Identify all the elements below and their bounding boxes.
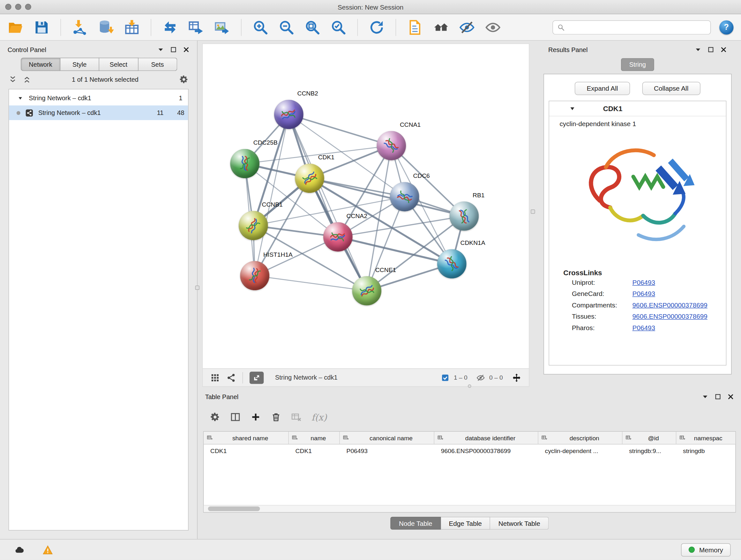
annotations-button[interactable]	[407, 19, 423, 35]
protein-card-header[interactable]: CDK1	[549, 101, 726, 116]
close-panel-icon[interactable]	[183, 46, 190, 53]
table-cell[interactable]: stringdb:9...	[622, 447, 676, 454]
table-row[interactable]: CDK1CDK1P064939606.ENSP00000378699cyclin…	[204, 444, 735, 457]
table-horizontal-scrollbar[interactable]	[204, 505, 735, 512]
window-close-button[interactable]	[5, 4, 11, 10]
column-header-shared-name[interactable]: shared name	[204, 432, 289, 444]
maximize-panel-icon[interactable]	[170, 46, 177, 53]
float-panel-icon[interactable]	[157, 46, 164, 53]
tree-expander-icon[interactable]	[17, 95, 23, 101]
selected-elements-checkbox-icon[interactable]	[441, 373, 450, 382]
network-node-hist1h1a[interactable]	[240, 261, 269, 291]
window-minimize-button[interactable]	[15, 4, 21, 10]
collapse-section-icon[interactable]	[569, 105, 576, 112]
hide-selected-button[interactable]	[459, 19, 475, 35]
column-header-name[interactable]: name	[289, 432, 340, 444]
cloud-status-button[interactable]	[10, 543, 28, 557]
network-node-cdk1[interactable]	[295, 164, 324, 193]
table-cell[interactable]: P06493	[340, 447, 434, 454]
network-canvas[interactable]: CCNB2CCNA1CDC25BCDK1CDC6RB1CCNB1CCNA2CDK…	[203, 44, 529, 368]
maximize-panel-icon[interactable]	[708, 46, 714, 53]
detach-view-button[interactable]	[250, 371, 264, 384]
crosslink-value-link[interactable]: P06493	[632, 278, 656, 286]
table-cell[interactable]: cyclin-dependent ...	[538, 447, 623, 454]
tab-select[interactable]: Select	[99, 58, 138, 71]
show-all-button[interactable]	[485, 19, 501, 35]
close-panel-icon[interactable]	[727, 393, 734, 400]
warnings-button[interactable]	[39, 543, 57, 557]
table-cell[interactable]: 9606.ENSP00000378699	[434, 447, 538, 454]
network-row[interactable]: String Network – cdk1 11 48	[9, 105, 188, 120]
home-button[interactable]	[433, 19, 449, 35]
zoom-in-button[interactable]	[253, 19, 268, 35]
network-edge[interactable]	[289, 114, 367, 291]
window-zoom-button[interactable]	[25, 4, 31, 10]
export-image-button[interactable]	[214, 19, 230, 35]
expand-all-networks-icon[interactable]	[23, 75, 31, 84]
show-columns-icon[interactable]	[230, 412, 241, 422]
table-options-gear-icon[interactable]	[210, 412, 220, 422]
column-header-canonical-name[interactable]: canonical name	[340, 432, 434, 444]
splitter-handle-right[interactable]	[531, 209, 535, 213]
column-header-namespac[interactable]: namespac	[676, 432, 731, 444]
crosslink-value-link[interactable]: 9606.ENSP00000378699	[632, 313, 708, 320]
search-box[interactable]	[552, 20, 711, 34]
table-cell[interactable]: CDK1	[204, 447, 289, 454]
import-database-button[interactable]	[98, 19, 114, 35]
float-panel-icon[interactable]	[695, 46, 701, 53]
network-table-button[interactable]	[188, 19, 204, 35]
table-cell[interactable]: stringdb	[676, 447, 731, 454]
network-edge[interactable]	[289, 114, 391, 145]
expand-all-button[interactable]: Expand All	[575, 82, 630, 95]
column-header--id[interactable]: @id	[622, 432, 676, 444]
overview-icon[interactable]	[226, 373, 236, 382]
delete-column-icon[interactable]	[271, 412, 281, 422]
help-button[interactable]: ?	[719, 20, 733, 34]
network-node-ccnb1[interactable]	[239, 211, 268, 240]
window-titlebar[interactable]: Session: New Session	[0, 0, 741, 14]
crosslink-value-link[interactable]: P06493	[632, 324, 656, 331]
network-node-cdkn1a[interactable]	[437, 249, 467, 278]
network-node-rb1[interactable]	[449, 201, 479, 231]
grid-view-icon[interactable]	[210, 373, 220, 382]
memory-button[interactable]: Memory	[681, 543, 731, 556]
tab-network[interactable]: Network	[21, 58, 60, 71]
tab-sets[interactable]: Sets	[138, 58, 177, 71]
import-table-button[interactable]	[124, 19, 140, 35]
zoom-selected-button[interactable]	[330, 19, 346, 35]
scrollbar-thumb[interactable]	[208, 506, 260, 511]
open-button[interactable]	[8, 19, 23, 35]
network-node-cdc6[interactable]	[390, 182, 419, 211]
collapse-all-networks-icon[interactable]	[9, 75, 17, 84]
table-cell[interactable]: CDK1	[289, 447, 340, 454]
splitter-handle-bottom[interactable]	[468, 384, 471, 388]
network-node-ccna2[interactable]	[323, 222, 353, 252]
network-collection-row[interactable]: String Network – cdk1 1	[9, 91, 188, 105]
network-edge[interactable]	[338, 237, 452, 264]
network-edge[interactable]	[255, 275, 367, 291]
tab-network-table[interactable]: Network Table	[490, 517, 549, 530]
search-input[interactable]	[568, 23, 706, 30]
refresh-button[interactable]	[368, 19, 385, 35]
crosslink-value-link[interactable]: 9606.ENSP00000378699	[632, 301, 708, 309]
network-node-ccna1[interactable]	[377, 131, 406, 160]
network-node-ccnb2[interactable]	[274, 100, 304, 129]
network-options-gear-icon[interactable]	[179, 75, 189, 84]
collapse-all-button[interactable]: Collapse All	[642, 82, 700, 95]
tab-style[interactable]: Style	[60, 58, 99, 71]
zoom-fit-button[interactable]	[305, 19, 320, 35]
network-node-ccne1[interactable]	[352, 276, 381, 306]
clone-network-button[interactable]	[162, 19, 178, 35]
add-column-icon[interactable]	[251, 412, 261, 422]
maximize-panel-icon[interactable]	[715, 393, 721, 400]
column-header-description[interactable]: description	[538, 432, 623, 444]
tab-string[interactable]: String	[621, 58, 654, 71]
column-header-database-identifier[interactable]: database identifier	[434, 432, 538, 444]
crosslink-value-link[interactable]: P06493	[632, 290, 656, 298]
save-button[interactable]	[33, 19, 50, 35]
hidden-elements-eye-icon[interactable]	[476, 373, 485, 382]
close-panel-icon[interactable]	[720, 46, 727, 53]
network-node-cdc25b[interactable]	[230, 149, 259, 179]
import-network-button[interactable]	[72, 19, 88, 35]
float-panel-icon[interactable]	[702, 393, 709, 400]
